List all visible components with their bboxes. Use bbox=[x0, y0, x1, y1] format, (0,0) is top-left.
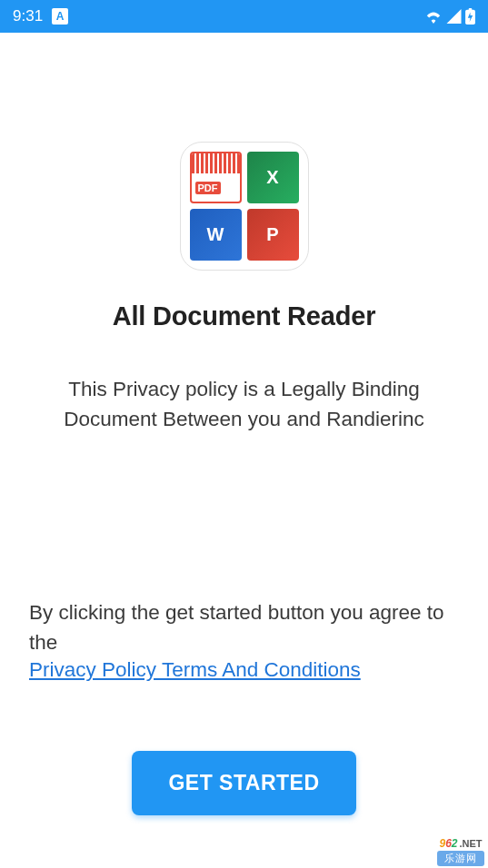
get-started-button[interactable]: GET STARTED bbox=[132, 751, 355, 815]
excel-file-icon: X bbox=[247, 152, 299, 203]
battery-icon bbox=[465, 8, 475, 25]
privacy-description: This Privacy policy is a Legally Binding… bbox=[18, 375, 470, 434]
status-time: 9:31 bbox=[13, 7, 43, 25]
privacy-policy-link[interactable]: Privacy Policy Terms And Conditions bbox=[29, 658, 361, 681]
powerpoint-file-icon: P bbox=[247, 209, 299, 261]
app-logo: PDF X W P bbox=[180, 142, 309, 271]
cell-signal-icon bbox=[446, 9, 462, 24]
app-title: All Document Reader bbox=[113, 301, 376, 331]
pdf-file-icon: PDF bbox=[190, 152, 242, 203]
svg-rect-1 bbox=[469, 8, 473, 11]
status-indicator-icon: A bbox=[52, 8, 68, 25]
word-file-icon: W bbox=[190, 209, 242, 261]
status-right-icons bbox=[424, 8, 475, 25]
wifi-icon bbox=[424, 9, 443, 24]
agreement-text: By clicking the get started button you a… bbox=[29, 601, 444, 655]
status-bar: 9:31 A bbox=[0, 0, 488, 33]
